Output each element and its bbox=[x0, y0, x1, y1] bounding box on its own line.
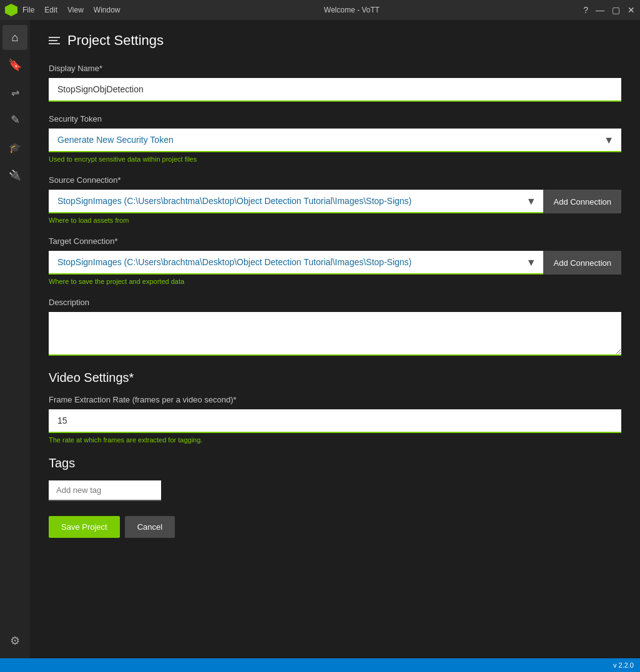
source-connection-group: Source Connection* StopSignImages (C:\Us… bbox=[49, 175, 621, 224]
menu-view[interactable]: View bbox=[67, 6, 84, 14]
source-connection-select[interactable]: StopSignImages (C:\Users\brachtma\Deskto… bbox=[49, 190, 543, 213]
minimize-icon[interactable]: — bbox=[596, 6, 604, 14]
source-connection-hint: Where to load assets from bbox=[49, 217, 621, 224]
sidebar-item-home[interactable]: ⌂ bbox=[2, 25, 27, 50]
page-title: Project Settings bbox=[67, 32, 164, 49]
security-token-wrapper: Generate New Security Token ▼ bbox=[49, 129, 621, 152]
source-connection-row: StopSignImages (C:\Users\brachtma\Deskto… bbox=[49, 190, 621, 213]
target-connection-select[interactable]: StopSignImages (C:\Users\brachtma\Deskto… bbox=[49, 251, 543, 275]
title-bar: File Edit View Window Welcome - VoTT ? —… bbox=[0, 0, 640, 20]
display-name-group: Display Name* bbox=[49, 64, 621, 102]
target-connection-group: Target Connection* StopSignImages (C:\Us… bbox=[49, 236, 621, 285]
hamburger-menu-icon[interactable] bbox=[49, 37, 60, 44]
sidebar: ⌂ 🔖 ⇌ ✎ 🎓 🔌 ⚙ bbox=[0, 20, 30, 658]
save-project-button[interactable]: Save Project bbox=[49, 516, 120, 538]
connections-icon: ⇌ bbox=[11, 87, 19, 99]
menu-window[interactable]: Window bbox=[94, 6, 121, 14]
edit-icon: ✎ bbox=[11, 113, 20, 127]
main-content: Project Settings Display Name* Security … bbox=[30, 20, 640, 658]
app-body: ⌂ 🔖 ⇌ ✎ 🎓 🔌 ⚙ Project Set bbox=[0, 20, 640, 658]
sidebar-item-models[interactable]: 🎓 bbox=[2, 135, 27, 160]
security-token-hint: Used to encrypt sensitive data within pr… bbox=[49, 155, 621, 163]
tags-input[interactable] bbox=[49, 480, 161, 501]
help-icon[interactable]: ? bbox=[583, 6, 588, 14]
menu-file[interactable]: File bbox=[22, 6, 34, 14]
source-connection-label: Source Connection* bbox=[49, 175, 621, 185]
cancel-button[interactable]: Cancel bbox=[125, 516, 175, 538]
security-token-label: Security Token bbox=[49, 114, 621, 124]
page-title-row: Project Settings bbox=[49, 32, 621, 49]
plugin-icon: 🔌 bbox=[9, 169, 21, 181]
description-group: Description bbox=[49, 298, 621, 358]
home-icon: ⌂ bbox=[12, 31, 19, 44]
sidebar-item-plugin[interactable]: 🔌 bbox=[2, 162, 27, 187]
frame-rate-label: Frame Extraction Rate (frames per a vide… bbox=[49, 395, 621, 404]
window-controls[interactable]: ? — ▢ ✕ bbox=[583, 6, 635, 14]
menu-edit[interactable]: Edit bbox=[44, 6, 57, 14]
sidebar-item-edit[interactable]: ✎ bbox=[2, 107, 27, 132]
version-label: v 2.2.0 bbox=[613, 661, 634, 669]
close-icon[interactable]: ✕ bbox=[628, 6, 635, 14]
video-settings-heading: Video Settings* bbox=[49, 371, 621, 385]
security-token-group: Security Token Generate New Security Tok… bbox=[49, 114, 621, 163]
maximize-icon[interactable]: ▢ bbox=[612, 6, 620, 14]
sidebar-item-bookmark[interactable]: 🔖 bbox=[2, 52, 27, 77]
video-settings-group: Video Settings* Frame Extraction Rate (f… bbox=[49, 371, 621, 444]
menu-bar[interactable]: File Edit View Window bbox=[22, 6, 121, 14]
sidebar-item-settings[interactable]: ⚙ bbox=[2, 628, 27, 653]
source-connection-select-wrapper: StopSignImages (C:\Users\brachtma\Deskto… bbox=[49, 190, 543, 213]
target-connection-row: StopSignImages (C:\Users\brachtma\Deskto… bbox=[49, 251, 621, 275]
target-connection-select-wrapper: StopSignImages (C:\Users\brachtma\Deskto… bbox=[49, 251, 543, 275]
description-label: Description bbox=[49, 298, 621, 307]
display-name-input[interactable] bbox=[49, 78, 621, 102]
action-buttons: Save Project Cancel bbox=[49, 516, 621, 538]
description-textarea[interactable] bbox=[49, 312, 621, 356]
target-add-connection-button[interactable]: Add Connection bbox=[543, 251, 621, 275]
target-connection-label: Target Connection* bbox=[49, 236, 621, 246]
security-token-select[interactable]: Generate New Security Token bbox=[49, 129, 621, 152]
sidebar-item-connections[interactable]: ⇌ bbox=[2, 80, 27, 105]
bottom-bar: v 2.2.0 bbox=[0, 658, 640, 672]
bookmark-icon: 🔖 bbox=[8, 58, 22, 72]
target-connection-hint: Where to save the project and exported d… bbox=[49, 278, 621, 285]
display-name-label: Display Name* bbox=[49, 64, 621, 73]
frame-rate-hint: The rate at which frames are extracted f… bbox=[49, 436, 621, 444]
models-icon: 🎓 bbox=[9, 142, 21, 153]
tags-group: Tags bbox=[49, 456, 621, 501]
window-title: Welcome - VoTT bbox=[121, 6, 584, 14]
tags-heading: Tags bbox=[49, 456, 621, 470]
settings-icon: ⚙ bbox=[10, 634, 20, 648]
frame-rate-input[interactable] bbox=[49, 409, 621, 433]
app-logo bbox=[5, 4, 17, 16]
source-add-connection-button[interactable]: Add Connection bbox=[543, 190, 621, 213]
